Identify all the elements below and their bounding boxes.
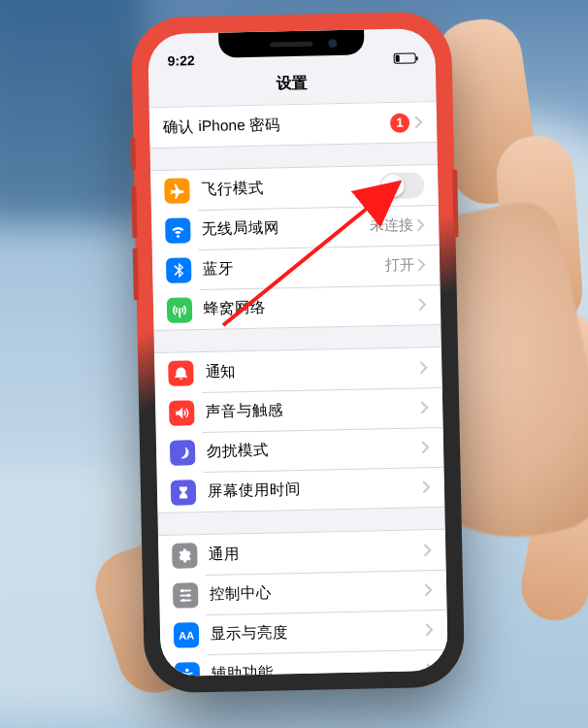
row-display[interactable]: AA 显示与亮度 xyxy=(160,610,448,655)
speaker-icon xyxy=(169,400,195,426)
row-screentime[interactable]: 屏幕使用时间 xyxy=(157,467,445,513)
row-airplane-mode[interactable]: 飞行模式 xyxy=(150,165,439,211)
label-control: 控制中心 xyxy=(210,579,425,605)
label-notifications: 通知 xyxy=(205,357,420,382)
chevron-right-icon xyxy=(426,621,434,639)
label-bluetooth: 蓝牙 xyxy=(203,255,385,280)
hourglass-icon xyxy=(171,480,197,506)
svg-point-2 xyxy=(182,598,185,601)
chevron-right-icon xyxy=(423,479,431,496)
label-screentime: 屏幕使用时间 xyxy=(208,477,423,502)
page-title: 设置 xyxy=(148,65,437,107)
row-sounds[interactable]: 声音与触感 xyxy=(155,387,443,433)
row-bluetooth[interactable]: 蓝牙 打开 xyxy=(152,245,441,290)
wifi-icon xyxy=(165,217,191,244)
notch xyxy=(218,30,365,58)
chevron-right-icon xyxy=(417,216,425,234)
gear-icon xyxy=(172,543,198,569)
svg-point-1 xyxy=(187,593,190,596)
moon-icon xyxy=(170,440,196,466)
value-bluetooth: 打开 xyxy=(385,255,414,275)
row-wifi[interactable]: 无线局域网 未连接 xyxy=(151,205,440,250)
accessibility-icon xyxy=(175,662,201,677)
badge-passcode: 1 xyxy=(390,113,409,132)
chevron-right-icon xyxy=(421,399,429,416)
label-dnd: 勿扰模式 xyxy=(207,437,422,462)
row-confirm-passcode[interactable]: 确认 iPhone 密码 1 xyxy=(149,102,438,148)
antenna-icon xyxy=(167,297,193,323)
chevron-right-icon xyxy=(415,114,423,131)
row-cellular[interactable]: 蜂窝网络 xyxy=(153,284,441,330)
chevron-right-icon xyxy=(420,359,428,377)
chevron-right-icon xyxy=(418,256,426,274)
row-general[interactable]: 通用 xyxy=(158,530,446,576)
chevron-right-icon xyxy=(419,296,427,314)
chevron-right-icon xyxy=(424,542,432,559)
screen: 9:22 设置 确认 iPhone 密码 1 xyxy=(147,28,448,677)
battery-icon xyxy=(394,52,416,63)
label-display: 显示与亮度 xyxy=(211,619,426,645)
chevron-right-icon xyxy=(422,439,430,456)
text-size-icon: AA xyxy=(174,622,200,648)
bluetooth-icon xyxy=(166,257,192,283)
label-general: 通用 xyxy=(209,540,424,565)
row-control-center[interactable]: 控制中心 xyxy=(159,570,447,615)
label-sounds: 声音与触感 xyxy=(206,397,421,422)
label-airplane: 飞行模式 xyxy=(201,176,379,200)
sliders-icon xyxy=(173,582,199,609)
svg-text:AA: AA xyxy=(179,629,194,641)
row-dnd[interactable]: 勿扰模式 xyxy=(156,427,444,473)
iphone-frame: 9:22 设置 确认 iPhone 密码 1 xyxy=(134,15,462,691)
label-wifi: 无线局域网 xyxy=(202,215,370,240)
label-confirm-passcode: 确认 iPhone 密码 xyxy=(163,113,390,138)
chevron-right-icon xyxy=(427,661,435,677)
value-wifi: 未连接 xyxy=(370,215,413,235)
status-time: 9:22 xyxy=(168,52,195,69)
airplane-switch[interactable] xyxy=(379,172,425,199)
svg-point-0 xyxy=(180,588,183,591)
row-notifications[interactable]: 通知 xyxy=(154,347,442,393)
chevron-right-icon xyxy=(425,581,433,599)
svg-point-4 xyxy=(185,668,189,672)
label-accessibility: 辅助功能 xyxy=(212,659,427,677)
label-cellular: 蜂窝网络 xyxy=(204,294,419,319)
airplane-icon xyxy=(164,178,190,204)
bell-icon xyxy=(168,360,194,386)
